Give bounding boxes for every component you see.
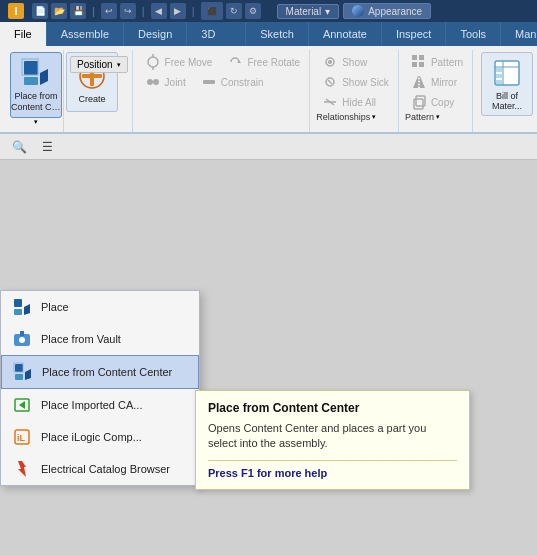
free-rotate-btn[interactable]: Free Rotate [221,52,305,72]
copy-label: Copy [431,97,454,108]
pattern-label-row: Pattern ▾ [405,112,468,122]
free-rotate-icon [226,53,244,71]
constrain-label: Constrain [221,77,264,88]
place-dropdown-arrow[interactable]: ▾ [34,118,38,126]
svg-point-16 [328,60,332,64]
menu-item-electrical[interactable]: Electrical Catalog Browser [1,453,199,485]
bom-group: Bill of Mater... [475,50,537,132]
search-icon-btn[interactable]: 🔍 [8,136,30,158]
svg-marker-10 [237,60,241,63]
show-sick-icon [321,73,339,91]
material-selector[interactable]: Material ▾ [277,4,340,19]
svg-line-18 [328,80,332,84]
place-btn-container: Place from Content Center ▾ [10,52,62,126]
back-btn[interactable]: ◀ [151,3,167,19]
relationships-label-row: Relationships ▾ [316,112,394,122]
ilogic-menu-icon: iL [11,426,33,448]
free-move-btn[interactable]: Free Move [139,52,218,72]
tab-sketch[interactable]: Sketch [246,22,309,46]
svg-point-7 [148,57,158,67]
workspace: Place Place from Vault [0,160,537,555]
place-group: Place from Content Center ▾ [4,50,64,132]
pattern-group: Pattern Mirror Copy Pattern ▾ [401,50,473,132]
open-btn[interactable]: 📂 [51,3,67,19]
joint-icon [144,73,162,91]
svg-point-12 [153,79,159,85]
bom-btn[interactable]: Bill of Mater... [481,52,533,116]
menu-item-place[interactable]: Place [1,291,199,323]
show-sick-btn[interactable]: Show Sick [316,72,394,92]
svg-marker-2 [40,69,48,85]
svg-rect-21 [412,55,417,60]
undo-btn[interactable]: ↩ [101,3,117,19]
menu-item-vault-label: Place from Vault [41,333,121,345]
show-group: Show Show Sick Hide All Relationships ▾ [312,50,399,132]
tab-inspect[interactable]: Inspect [382,22,446,46]
relationships-label: Relationships [316,112,370,122]
appearance-icon [352,5,364,17]
free-rotate-label: Free Rotate [247,57,300,68]
view-cube-btn[interactable]: ⬛ [201,2,223,20]
appearance-selector[interactable]: Appearance [343,3,431,19]
position-arrow: ▾ [117,61,121,69]
svg-rect-22 [419,55,424,60]
new-btn[interactable]: 📄 [32,3,48,19]
svg-marker-50 [18,461,26,477]
pattern-arrow[interactable]: ▾ [436,113,440,121]
svg-rect-35 [496,80,502,84]
mirror-btn[interactable]: Mirror [405,72,468,92]
joint-btn[interactable]: Joint [139,72,191,92]
menu-item-content-center[interactable]: Place from Content Center [1,355,199,389]
svg-marker-26 [420,76,425,88]
move-group-row2: Joint Constrain [139,72,306,92]
free-move-label: Free Move [165,57,213,68]
material-label: Material [286,6,322,17]
svg-rect-24 [419,62,424,67]
settings-btn[interactable]: ⚙ [245,3,261,19]
tab-assemble[interactable]: Assemble [47,22,124,46]
svg-rect-36 [14,299,22,307]
svg-point-11 [147,79,153,85]
forward-btn[interactable]: ▶ [170,3,186,19]
relationships-arrow[interactable]: ▾ [372,113,376,121]
bom-mater-label: Mater... [492,101,522,111]
appearance-label: Appearance [368,6,422,17]
tab-design[interactable]: Design [124,22,187,46]
copy-btn[interactable]: Copy [405,92,468,112]
svg-rect-0 [24,61,38,75]
hide-all-btn[interactable]: Hide All [316,92,394,112]
tab-3dmodel[interactable]: 3D Model [187,22,246,46]
menu-item-place-label: Place [41,301,69,313]
svg-rect-34 [496,74,502,78]
tab-tools[interactable]: Tools [446,22,501,46]
pattern-btn[interactable]: Pattern [405,52,468,72]
pattern-label: Pattern [431,57,463,68]
title-bar-tools: 📄 📂 💾 | ↩ ↪ | ◀ ▶ | ⬛ ↻ ⚙ [32,2,261,20]
menu-item-imported[interactable]: Place Imported CA... [1,389,199,421]
menu-item-vault[interactable]: Place from Vault [1,323,199,355]
menu-item-ilogic-label: Place iLogic Comp... [41,431,142,443]
tab-file[interactable]: File [0,22,47,46]
save-btn[interactable]: 💾 [70,3,86,19]
orbit-btn[interactable]: ↻ [226,3,242,19]
place-from-content-center-btn[interactable]: Place from Content Center [10,52,62,118]
move-group: Free Move Free Rotate Joint [135,50,311,132]
show-btn[interactable]: Show [316,52,394,72]
tab-manage[interactable]: Manage [501,22,537,46]
constrain-btn[interactable]: Constrain [195,72,269,92]
position-label: Position [77,59,113,70]
move-group-row1: Free Move Free Rotate [139,52,306,72]
svg-rect-41 [20,331,24,336]
svg-rect-14 [203,80,215,84]
show-label: Show [342,57,367,68]
list-icon-btn[interactable]: ☰ [36,136,58,158]
svg-marker-25 [413,76,418,88]
menu-item-electrical-label: Electrical Catalog Browser [41,463,170,475]
bom-label: Bill of Mater... [492,91,522,111]
svg-rect-23 [412,62,417,67]
tab-annotate[interactable]: Annotate [309,22,382,46]
menu-item-ilogic[interactable]: iL Place iLogic Comp... [1,421,199,453]
dropdown-menu: Place Place from Vault [0,290,200,486]
position-dropdown[interactable]: Position ▾ [70,56,128,73]
redo-btn[interactable]: ↪ [120,3,136,19]
